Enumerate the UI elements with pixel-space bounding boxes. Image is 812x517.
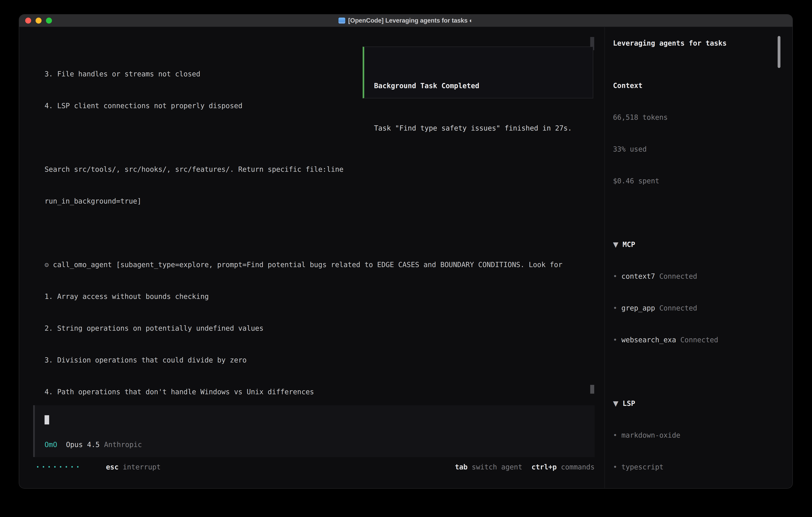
sidebar-scrollbar-thumb[interactable] bbox=[778, 36, 780, 68]
mcp-name: grep_app bbox=[621, 304, 655, 312]
editor-meta: OmO Opus 4.5 Anthropic bbox=[45, 441, 594, 448]
gear-icon: ⚙ bbox=[45, 261, 49, 269]
tool-call-text: call_omo_agent [subagent_type=explore, p… bbox=[53, 261, 562, 269]
sidebar: Leveraging agents for tasks Context 66,5… bbox=[604, 27, 792, 488]
chevron-down-icon: ▼ bbox=[613, 241, 618, 248]
mcp-section: ▼MCP •context7Connected •grep_appConnect… bbox=[613, 218, 772, 366]
prompt-editor[interactable]: OmO Opus 4.5 Anthropic bbox=[33, 405, 594, 457]
lsp-item: •typescript bbox=[613, 462, 772, 472]
lsp-name: markdown-oxide bbox=[621, 431, 680, 439]
terminal-line: 3. Division operations that could divide… bbox=[33, 355, 604, 365]
mcp-status: Connected bbox=[659, 304, 697, 312]
input-model: Opus 4.5 bbox=[66, 441, 100, 448]
mcp-item: •websearch_exaConnected bbox=[613, 335, 772, 345]
terminal-main: 3. File handles or streams not closed 4.… bbox=[19, 27, 604, 488]
traffic-lights bbox=[25, 15, 52, 27]
scrollbar-thumb[interactable] bbox=[590, 385, 594, 393]
context-tokens: 66,518 tokens bbox=[613, 112, 772, 123]
input-agent-name: OmO bbox=[45, 441, 57, 448]
terminal-line: run_in_background=true] bbox=[33, 196, 604, 207]
mcp-status: Connected bbox=[680, 336, 718, 344]
esc-hint: esc interrupt bbox=[106, 463, 161, 471]
bullet-icon: • bbox=[613, 431, 617, 439]
esc-key: esc bbox=[106, 463, 118, 471]
app-window: [OpenCode] Leveraging agents for tasks ◐… bbox=[19, 15, 792, 488]
toast-title: Background Task Completed bbox=[374, 81, 593, 91]
session-title: Leveraging agents for tasks bbox=[613, 38, 772, 49]
mcp-name: context7 bbox=[621, 272, 655, 280]
tool-call-line: ⚙call_omo_agent [subagent_type=explore, … bbox=[33, 260, 604, 270]
mcp-status: Connected bbox=[659, 272, 697, 280]
mcp-name: websearch_exa bbox=[621, 336, 676, 344]
close-button[interactable] bbox=[25, 18, 31, 24]
mcp-item: •context7Connected bbox=[613, 271, 772, 282]
ctrlp-key: ctrl+p bbox=[531, 463, 557, 471]
bullet-icon: • bbox=[613, 463, 617, 471]
chevron-down-icon: ▼ bbox=[613, 400, 618, 407]
lsp-section: ▼LSP •markdown-oxide •typescript •eslint bbox=[613, 377, 772, 488]
commands-label: commands bbox=[561, 463, 594, 471]
bullet-icon: • bbox=[613, 272, 617, 280]
terminal-scrollback[interactable]: 3. File handles or streams not closed 4.… bbox=[19, 27, 604, 397]
commands-hint: ctrl+p commands bbox=[531, 463, 594, 471]
lsp-name: typescript bbox=[621, 463, 664, 471]
mcp-item: •grep_appConnected bbox=[613, 303, 772, 314]
lsp-item: •markdown-oxide bbox=[613, 430, 772, 441]
context-heading: Context bbox=[613, 80, 772, 91]
toast-body: Task "Find type safety issues" finished … bbox=[374, 123, 593, 134]
mcp-heading-row[interactable]: ▼MCP bbox=[613, 239, 772, 250]
terminal-line: Search src/tools/, src/hooks/, src/featu… bbox=[33, 164, 604, 175]
tab-hint: tab switch agent bbox=[455, 463, 522, 471]
context-used: 33% used bbox=[613, 144, 772, 155]
tab-key: tab bbox=[455, 463, 467, 471]
terminal-line: 1. Array access without bounds checking bbox=[33, 291, 604, 302]
mcp-heading: MCP bbox=[622, 241, 635, 248]
status-bar: •••••••• esc interrupt tab switch agent … bbox=[36, 462, 594, 472]
bullet-icon: • bbox=[613, 304, 617, 312]
text-cursor bbox=[45, 415, 49, 425]
terminal-line: 4. Path operations that don't handle Win… bbox=[33, 387, 604, 397]
window-title-wrap: [OpenCode] Leveraging agents for tasks ◐ bbox=[339, 17, 473, 24]
lsp-heading-row[interactable]: ▼LSP bbox=[613, 398, 772, 409]
zoom-button[interactable] bbox=[46, 18, 52, 24]
interrupt-label: interrupt bbox=[123, 463, 161, 471]
input-provider: Anthropic bbox=[104, 441, 142, 448]
terminal-doc-icon bbox=[339, 18, 345, 24]
minimize-button[interactable] bbox=[35, 18, 41, 24]
context-spent: $0.46 spent bbox=[613, 176, 772, 186]
lsp-heading: LSP bbox=[622, 400, 635, 407]
window-titlebar: [OpenCode] Leveraging agents for tasks ◐ bbox=[19, 15, 792, 27]
bullet-icon: • bbox=[613, 336, 617, 344]
switch-agent-label: switch agent bbox=[472, 463, 522, 471]
background-task-toast: Background Task Completed Task "Find typ… bbox=[362, 47, 593, 98]
spinner-dots: •••••••• bbox=[36, 464, 82, 470]
terminal-line: 2. String operations on potentially unde… bbox=[33, 323, 604, 334]
window-title: [OpenCode] Leveraging agents for tasks ◐ bbox=[348, 17, 473, 24]
context-section: Context 66,518 tokens 33% used $0.46 spe… bbox=[613, 59, 772, 208]
